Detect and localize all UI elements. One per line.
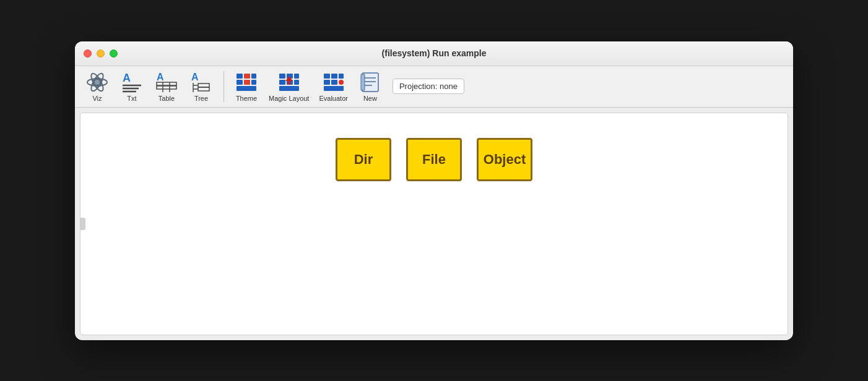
new-icon — [359, 71, 381, 93]
txt-button[interactable]: A Txt — [115, 69, 149, 105]
svg-point-4 — [95, 80, 100, 85]
theme-button[interactable]: Theme — [229, 69, 264, 105]
svg-rect-18 — [198, 83, 209, 87]
svg-rect-22 — [251, 74, 256, 79]
toolbar: Viz A Txt A — [75, 66, 793, 108]
close-button[interactable] — [84, 49, 92, 58]
svg-rect-37 — [331, 74, 337, 79]
viz-icon — [86, 71, 108, 93]
table-icon: A — [155, 71, 178, 93]
dir-node-label: Dir — [354, 152, 373, 168]
dir-node[interactable]: Dir — [336, 138, 391, 181]
svg-rect-36 — [324, 74, 330, 79]
tree-label: Tree — [194, 95, 208, 102]
svg-text:A: A — [191, 72, 199, 82]
nodes-container: Dir File Object — [336, 138, 532, 181]
evaluator-button[interactable]: Evaluator — [314, 69, 352, 105]
evaluator-label: Evaluator — [319, 95, 347, 102]
application-window: (filesystem) Run example Viz — [75, 41, 793, 340]
svg-rect-40 — [331, 80, 337, 85]
maximize-button[interactable] — [110, 49, 118, 58]
tree-icon: A — [190, 71, 212, 93]
toolbar-group-right: Theme — [229, 69, 464, 105]
toolbar-group-left: Viz A Txt A — [80, 69, 219, 105]
svg-text:A: A — [123, 72, 131, 84]
txt-icon: A — [121, 71, 143, 93]
theme-label: Theme — [236, 95, 257, 102]
svg-rect-42 — [324, 86, 344, 91]
svg-rect-30 — [279, 80, 285, 85]
svg-rect-24 — [244, 80, 250, 85]
evaluator-icon — [323, 71, 345, 93]
svg-text:A: A — [157, 72, 164, 82]
minimize-button[interactable] — [97, 49, 105, 58]
svg-rect-11 — [157, 86, 176, 89]
svg-rect-27 — [279, 74, 285, 79]
svg-rect-20 — [237, 74, 243, 79]
svg-rect-33 — [279, 86, 299, 91]
svg-rect-19 — [198, 87, 209, 91]
title-bar: (filesystem) Run example — [75, 41, 793, 66]
txt-label: Txt — [127, 95, 136, 102]
new-label: New — [363, 95, 377, 102]
svg-rect-10 — [157, 82, 176, 85]
table-button[interactable]: A Table — [149, 69, 184, 105]
svg-rect-47 — [361, 74, 365, 90]
svg-rect-26 — [237, 86, 256, 91]
traffic-lights — [84, 49, 118, 58]
svg-rect-41 — [339, 80, 344, 85]
svg-rect-35 — [288, 81, 290, 85]
svg-rect-39 — [324, 80, 330, 85]
theme-icon — [235, 71, 258, 93]
magic-layout-button[interactable]: Magic Layout — [264, 69, 314, 105]
svg-rect-29 — [294, 74, 299, 79]
content-area: Dir File Object — [80, 113, 788, 335]
scroll-indicator — [80, 218, 85, 230]
projection-badge: Projection: none — [393, 79, 464, 94]
new-button[interactable]: New — [353, 69, 388, 105]
svg-rect-21 — [244, 74, 250, 79]
magic-layout-icon — [278, 71, 300, 93]
object-node[interactable]: Object — [477, 138, 532, 181]
magic-layout-label: Magic Layout — [269, 95, 309, 102]
svg-rect-32 — [294, 80, 299, 85]
toolbar-divider — [224, 71, 224, 102]
viz-label: Viz — [92, 95, 102, 102]
window-title: (filesystem) Run example — [382, 48, 487, 58]
svg-rect-25 — [251, 80, 256, 85]
file-node[interactable]: File — [406, 138, 462, 181]
table-label: Table — [158, 95, 175, 102]
projection-text: Projection: none — [399, 82, 458, 91]
object-node-label: Object — [484, 152, 526, 168]
svg-rect-38 — [339, 74, 344, 79]
tree-button[interactable]: A Tree — [184, 69, 219, 105]
svg-rect-23 — [237, 80, 243, 85]
viz-button[interactable]: Viz — [80, 69, 115, 105]
file-node-label: File — [422, 152, 446, 168]
